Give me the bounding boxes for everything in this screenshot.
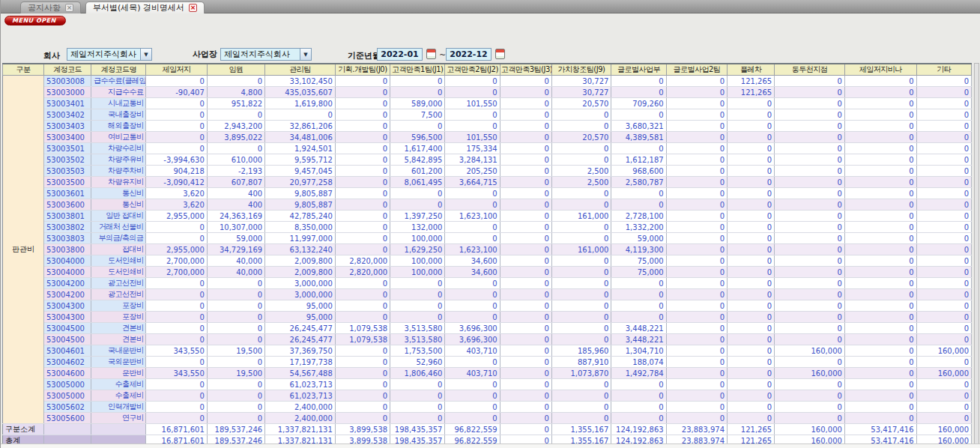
workplace-select[interactable]: 제일저지주식회사 ▼ bbox=[220, 48, 312, 61]
value-cell-7: 0 bbox=[551, 334, 611, 345]
value-cell-12: 0 bbox=[844, 278, 916, 289]
column-header-8: 고객만족2팀(J2) bbox=[445, 64, 500, 76]
account-name-cell: 운반비 bbox=[91, 368, 146, 379]
value-cell-8: 709,260 bbox=[611, 98, 666, 109]
value-cell-5: 403,710 bbox=[445, 345, 500, 357]
base-month-from-input[interactable] bbox=[377, 48, 423, 61]
value-cell-4: 0 bbox=[390, 278, 445, 289]
value-cell-11: 160,000 bbox=[775, 345, 845, 357]
tab-close-icon[interactable]: × bbox=[189, 4, 197, 12]
footer-value-cell-12: 53,417,416 bbox=[844, 424, 916, 435]
account-code-cell: 53004601 bbox=[43, 345, 91, 357]
value-cell-10: 0 bbox=[728, 177, 775, 188]
value-cell-0: 343,550 bbox=[146, 368, 207, 379]
value-cell-2: 2,009,800 bbox=[265, 267, 336, 278]
value-cell-9: 0 bbox=[666, 255, 727, 267]
account-code-cell: 53005600 bbox=[43, 413, 91, 424]
value-cell-3: 2,820,000 bbox=[335, 255, 390, 267]
workplace-label: 사업장 bbox=[193, 49, 217, 60]
value-cell-0: 904,218 bbox=[146, 166, 207, 177]
value-cell-8: 4,389,581 bbox=[611, 132, 666, 143]
table-row: 53003500차량유지비-3,090,412607,80720,977,258… bbox=[3, 177, 972, 188]
value-cell-10: 0 bbox=[728, 166, 775, 177]
value-cell-8: 75,000 bbox=[611, 255, 666, 267]
calendar-icon[interactable] bbox=[426, 49, 436, 59]
account-code-cell: 53003800 bbox=[43, 244, 91, 255]
company-select[interactable]: 제일저지주식회사 ▼ bbox=[67, 48, 152, 61]
value-cell-6: 0 bbox=[500, 222, 551, 233]
account-name-cell: 수출제비 bbox=[91, 379, 146, 390]
value-cell-7: 0 bbox=[551, 379, 611, 390]
account-name-cell: 견본비 bbox=[91, 334, 146, 345]
value-cell-6: 0 bbox=[500, 76, 551, 87]
value-cell-12: 0 bbox=[844, 244, 916, 255]
value-cell-2: 9,805,887 bbox=[265, 199, 336, 211]
value-cell-1: 19,500 bbox=[207, 345, 264, 357]
value-cell-6: 0 bbox=[500, 278, 551, 289]
vertical-scrollbar[interactable] bbox=[974, 63, 979, 444]
value-cell-9: 0 bbox=[666, 166, 727, 177]
column-header-4: 임원 bbox=[207, 64, 264, 76]
value-cell-12: 0 bbox=[844, 267, 916, 278]
table-row: 53004000도서인쇄비2,700,00040,0002,009,8002,8… bbox=[3, 255, 972, 267]
value-cell-2: 33,102,450 bbox=[265, 76, 336, 87]
table-row: 53003803부의금/축의금059,00011,997,0000100,000… bbox=[3, 233, 972, 244]
value-cell-6: 0 bbox=[500, 413, 551, 424]
horizontal-scroll-area[interactable] bbox=[1, 444, 980, 448]
value-cell-0: 0 bbox=[146, 390, 207, 402]
value-cell-13: 0 bbox=[916, 143, 971, 154]
account-name-cell: 광고선전비 bbox=[91, 278, 146, 289]
value-cell-1: 0 bbox=[207, 357, 264, 368]
value-cell-8: 0 bbox=[611, 278, 666, 289]
value-cell-2: 435,035,607 bbox=[265, 87, 336, 98]
footer-value-cell-2: 1,337,821,131 bbox=[265, 424, 336, 435]
tab-expense-report[interactable]: 부서별(세목) 경비명세서 × bbox=[85, 1, 205, 13]
value-cell-8: 0 bbox=[611, 76, 666, 87]
value-cell-3: 0 bbox=[335, 166, 390, 177]
account-code-cell: 53004200 bbox=[43, 278, 91, 289]
value-cell-6: 0 bbox=[500, 177, 551, 188]
value-cell-5: 0 bbox=[445, 357, 500, 368]
value-cell-3: 0 bbox=[335, 132, 390, 143]
table-row: 53003000지급수수료-90,4074,800435,035,6070000… bbox=[3, 87, 972, 98]
value-cell-0: 0 bbox=[146, 323, 207, 334]
chevron-down-icon[interactable]: ▼ bbox=[140, 49, 151, 60]
value-cell-5: 0 bbox=[445, 87, 500, 98]
value-cell-2: 61,023,713 bbox=[265, 390, 336, 402]
calendar-icon[interactable] bbox=[495, 49, 505, 59]
value-cell-3: 0 bbox=[335, 143, 390, 154]
value-cell-2: 32,861,206 bbox=[265, 121, 336, 132]
value-cell-7: 0 bbox=[551, 289, 611, 300]
value-cell-5: 0 bbox=[445, 379, 500, 390]
value-cell-8: 0 bbox=[611, 188, 666, 199]
column-header-12: 글로벌사업2팀 bbox=[666, 64, 727, 76]
value-cell-10: 0 bbox=[728, 132, 775, 143]
value-cell-11: 0 bbox=[775, 166, 845, 177]
value-cell-5: 0 bbox=[445, 199, 500, 211]
value-cell-13: 0 bbox=[916, 289, 971, 300]
account-code-cell: 53003500 bbox=[43, 177, 91, 188]
value-cell-2: 3,000,000 bbox=[265, 289, 336, 300]
value-cell-6: 0 bbox=[500, 132, 551, 143]
base-month-to-input[interactable] bbox=[446, 48, 491, 61]
value-cell-2: 1,924,501 bbox=[265, 143, 336, 154]
value-cell-11: 0 bbox=[775, 323, 845, 334]
account-code-cell: 53004300 bbox=[43, 312, 91, 323]
value-cell-11: 0 bbox=[775, 177, 845, 188]
account-code-cell: 53003401 bbox=[43, 98, 91, 109]
value-cell-9: 0 bbox=[666, 199, 727, 211]
value-cell-10: 0 bbox=[728, 188, 775, 199]
column-header-2: 계정코드명 bbox=[91, 64, 146, 76]
tab-close-icon[interactable]: × bbox=[65, 4, 73, 12]
value-cell-10: 0 bbox=[728, 357, 775, 368]
value-cell-3: 0 bbox=[335, 368, 390, 379]
value-cell-4: 100,000 bbox=[390, 267, 445, 278]
value-cell-11: 0 bbox=[775, 300, 845, 312]
value-cell-0: 0 bbox=[146, 379, 207, 390]
account-code-cell: 53003400 bbox=[43, 132, 91, 143]
value-cell-7: 1,073,870 bbox=[551, 368, 611, 379]
tab-notice[interactable]: 공지사항 × bbox=[20, 1, 81, 13]
chevron-down-icon[interactable]: ▼ bbox=[300, 49, 311, 60]
value-cell-7: 0 bbox=[551, 121, 611, 132]
account-code-cell: 53005000 bbox=[43, 390, 91, 402]
